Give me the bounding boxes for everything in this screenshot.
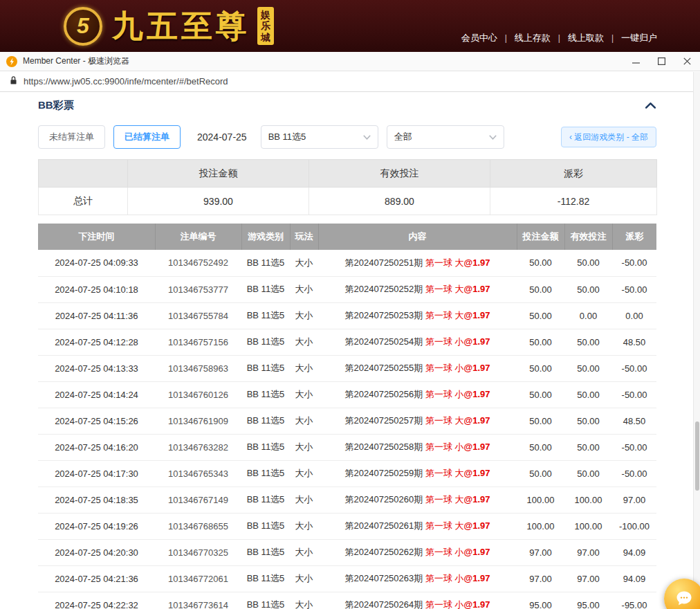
period-text: 第202407250251期 [345, 257, 425, 268]
play-type-cell: 大小 [290, 302, 318, 329]
valid-bet-cell: 0.00 [564, 302, 612, 329]
valid-bet-cell: 50.00 [564, 276, 612, 302]
back-to-game-category-button[interactable]: ‹ 返回游戏类别 - 全部 [561, 127, 656, 147]
payout-cell: -50.00 [612, 434, 656, 460]
period-text: 第202407250261期 [345, 520, 425, 531]
game-category-cell: BB 11选5 [241, 408, 290, 434]
valid-bet-cell: 97.00 [564, 539, 612, 565]
valid-bet-cell: 50.00 [564, 434, 612, 460]
game-category-cell: BB 11选5 [241, 276, 290, 302]
banner-nav: 会员中心 线上存款 线上取款 一键归户 [461, 32, 657, 44]
nav-member-center[interactable]: 会员中心 [461, 32, 497, 44]
valid-bet-cell: 100.00 [564, 487, 612, 513]
valid-bet-cell: 50.00 [564, 408, 612, 434]
odds-text: @1.97 [464, 363, 490, 373]
summary-header-bet-amount: 投注金额 [128, 160, 309, 188]
play-type-cell: 大小 [290, 381, 318, 408]
bet-time-cell: 2024-07-25 04:21:36 [38, 565, 155, 592]
site-logo[interactable]: 5 九五至尊 娱乐城 [64, 6, 274, 47]
site-banner: 5 九五至尊 娱乐城 会员中心 线上存款 线上取款 一键归户 [0, 0, 700, 52]
table-row: 2024-07-25 04:17:30101346765343BB 11选5大小… [38, 460, 656, 487]
header-game-category: 游戏类别 [241, 224, 290, 250]
content-cell: 第202407250252期 第一球 大@1.97 [318, 276, 517, 302]
bet-table-header-row: 下注时间 注单编号 游戏类别 玩法 内容 投注金额 有效投注 派彩 [38, 224, 656, 250]
table-row: 2024-07-25 04:18:35101346767149BB 11选5大小… [38, 487, 656, 513]
bet-time-cell: 2024-07-25 04:10:18 [38, 276, 155, 302]
caret-down-icon [363, 135, 371, 140]
date-label[interactable]: 2024-07-25 [197, 131, 247, 143]
window-title: Member Center - 极速浏览器 [23, 55, 129, 67]
table-row: 2024-07-25 04:12:28101346757156BB 11选5大小… [38, 329, 656, 355]
period-text: 第202407250252期 [345, 284, 425, 294]
content-cell: 第202407250255期 第一球 小@1.97 [318, 355, 517, 381]
content-cell: 第202407250256期 第一球 小@1.97 [318, 381, 517, 408]
bet-amount-cell: 100.00 [517, 513, 564, 539]
odds-text: @1.97 [464, 599, 490, 609]
pick-text: 第一球 小 [425, 363, 464, 373]
play-type-cell: 大小 [290, 487, 318, 513]
maximize-button[interactable] [649, 52, 674, 71]
payout-cell: -50.00 [612, 276, 656, 302]
nav-one-key-transfer[interactable]: 一键归户 [604, 32, 657, 44]
payout-cell: -100.00 [612, 513, 656, 539]
pick-text: 第一球 大 [425, 257, 464, 268]
summary-table: 投注金额 有效投注 派彩 总计 939.00 889.00 -112.82 [38, 159, 657, 215]
period-text: 第202407250260期 [345, 494, 425, 505]
caret-down-icon [489, 135, 497, 140]
summary-header-valid-bet: 有效投注 [309, 160, 490, 188]
table-row: 2024-07-25 04:21:36101346772061BB 11选5大小… [38, 565, 656, 592]
coin-logo-icon: 5 [64, 7, 102, 46]
filter-row: 未结算注单 已结算注单 2024-07-25 BB 11选5 全部 ‹ 返回游戏… [38, 125, 656, 149]
bet-time-cell: 2024-07-25 04:11:36 [38, 302, 155, 329]
bet-amount-cell: 50.00 [517, 355, 564, 381]
game-category-cell: BB 11选5 [241, 565, 290, 592]
period-text: 第202407250255期 [345, 363, 425, 373]
close-button[interactable] [674, 52, 700, 71]
bet-amount-cell: 100.00 [517, 487, 564, 513]
game-category-cell: BB 11选5 [241, 434, 290, 460]
scrollbar-thumb[interactable] [695, 421, 699, 491]
summary-header-payout: 派彩 [490, 160, 657, 188]
table-row: 2024-07-25 04:10:18101346753777BB 11选5大小… [38, 276, 656, 302]
summary-total-label: 总计 [39, 188, 128, 215]
table-row: 2024-07-25 04:13:33101346758963BB 11选5大小… [38, 355, 656, 381]
lock-icon [10, 75, 17, 88]
game-category-cell: BB 11选5 [241, 302, 290, 329]
play-type-cell: 大小 [290, 460, 318, 487]
game-category-cell: BB 11选5 [241, 592, 290, 609]
odds-text: @1.97 [464, 389, 490, 399]
bet-time-cell: 2024-07-25 04:19:26 [38, 513, 155, 539]
table-row: 2024-07-25 04:09:33101346752492BB 11选5大小… [38, 250, 656, 276]
play-type-cell: 大小 [290, 408, 318, 434]
odds-text: @1.97 [464, 520, 490, 531]
summary-payout: -112.82 [490, 188, 657, 215]
content-cell: 第202407250254期 第一球 小@1.97 [318, 329, 517, 355]
scope-select[interactable]: 全部 [387, 125, 504, 149]
play-type-cell: 大小 [290, 539, 318, 565]
header-order-id: 注单编号 [155, 224, 241, 250]
period-text: 第202407250264期 [345, 599, 425, 609]
payout-cell: 48.50 [612, 329, 656, 355]
table-row: 2024-07-25 04:20:30101346770325BB 11选5大小… [38, 539, 656, 565]
content-cell: 第202407250259期 第一球 大@1.97 [318, 460, 517, 487]
settled-orders-button[interactable]: 已结算注单 [113, 125, 181, 149]
page-title: BB彩票 [38, 99, 74, 112]
address-bar[interactable]: https://www.jw05.cc:9900/infe/mcenter/#/… [0, 71, 700, 92]
play-type-cell: 大小 [290, 355, 318, 381]
vertical-scrollbar[interactable] [693, 72, 700, 609]
unsettled-orders-button[interactable]: 未结算注单 [38, 125, 105, 149]
game-select[interactable]: BB 11选5 [261, 125, 378, 149]
payout-cell: -95.00 [612, 592, 656, 609]
nav-withdraw[interactable]: 线上取款 [551, 32, 604, 44]
pick-text: 第一球 大 [425, 468, 464, 478]
content-cell: 第202407250264期 第一球 小@1.97 [318, 592, 517, 609]
collapse-panel-button[interactable] [645, 102, 656, 109]
nav-deposit[interactable]: 线上存款 [497, 32, 551, 44]
odds-text: @1.97 [464, 257, 490, 268]
table-row: 2024-07-25 04:19:26101346768655BB 11选5大小… [38, 513, 656, 539]
odds-text: @1.97 [464, 547, 490, 557]
minimize-button[interactable] [623, 52, 649, 71]
content-cell: 第202407250262期 第一球 小@1.97 [318, 539, 517, 565]
header-bet-amount: 投注金额 [517, 224, 564, 250]
bet-amount-cell: 50.00 [517, 302, 564, 329]
